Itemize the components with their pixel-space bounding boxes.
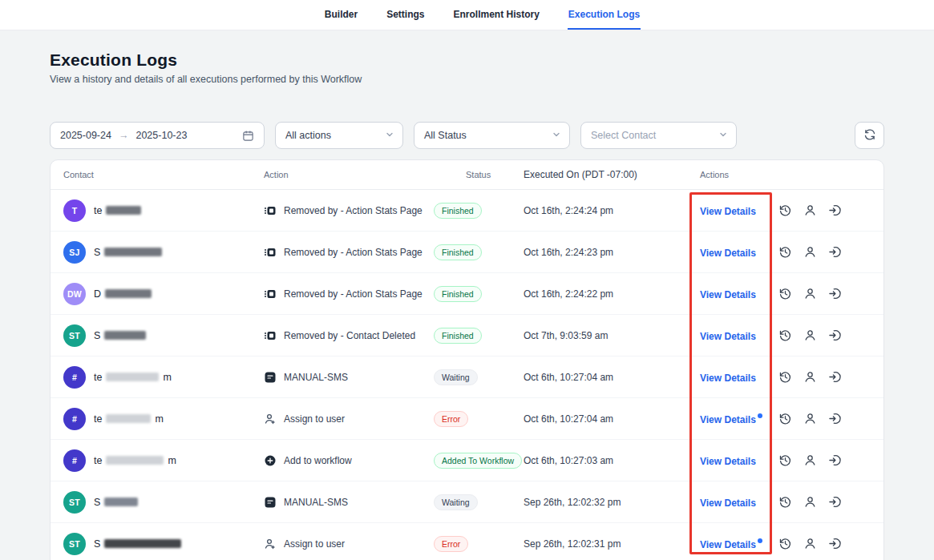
status-badge: Added To Workflow	[434, 453, 522, 469]
tab-execution-logs[interactable]: Execution Logs	[568, 0, 641, 30]
view-details-link[interactable]: View Details	[700, 498, 756, 509]
row-actions	[774, 370, 883, 384]
workflow-tabs: Builder Settings Enrollment History Exec…	[324, 0, 641, 30]
tab-settings[interactable]: Settings	[386, 0, 425, 30]
user-icon[interactable]	[803, 203, 817, 217]
table-row: ST S Assign to user Error Sep 26th, 12:0…	[51, 523, 883, 560]
history-icon[interactable]	[778, 537, 792, 550]
contact-cell: # tem	[63, 449, 264, 472]
enter-icon[interactable]	[828, 287, 842, 300]
view-details-link[interactable]: View Details	[700, 206, 756, 217]
view-details-cell: View Details	[693, 370, 774, 385]
status-badge: Finished	[434, 203, 482, 219]
tab-enrollment-history[interactable]: Enrollment History	[452, 0, 540, 30]
view-details-cell: View Details	[693, 537, 774, 551]
date-range-picker[interactable]: 2025-09-24 → 2025-10-23	[50, 122, 265, 149]
contact-cell: ST S	[63, 324, 264, 347]
page-title: Execution Logs	[50, 50, 884, 70]
history-icon[interactable]	[778, 370, 792, 384]
column-action: Action	[264, 170, 434, 179]
executed-on: Oct 6th, 10:27:04 am	[524, 372, 693, 383]
history-icon[interactable]	[778, 495, 792, 509]
view-details-cell: View Details	[693, 453, 774, 468]
status-badge: Error	[434, 411, 468, 427]
executed-on: Oct 7th, 9:03:59 am	[524, 330, 693, 341]
user-icon[interactable]	[803, 495, 817, 509]
table-body: T te Removed by - Action Stats Page Fini…	[51, 190, 883, 560]
user-icon[interactable]	[803, 287, 817, 300]
enter-icon[interactable]	[828, 328, 842, 342]
user-icon[interactable]	[803, 245, 817, 259]
refresh-button[interactable]	[855, 122, 884, 149]
action-cell: Removed by - Contact Deleted	[264, 329, 434, 342]
contact-name: S	[94, 247, 162, 258]
user-icon[interactable]	[803, 537, 817, 550]
view-details-link[interactable]: View Details	[700, 373, 756, 384]
action-label: Add to workflow	[284, 455, 352, 466]
add-workflow-icon	[264, 454, 277, 467]
action-label: Removed by - Action Stats Page	[284, 288, 423, 300]
avatar: #	[63, 408, 86, 430]
history-icon[interactable]	[778, 412, 792, 425]
enter-icon[interactable]	[828, 412, 842, 425]
status-cell: Waiting	[434, 494, 524, 510]
name-redaction	[104, 248, 162, 256]
enter-icon[interactable]	[828, 370, 842, 384]
status-badge: Finished	[434, 244, 482, 260]
contact-filter-select[interactable]: Select Contact	[580, 122, 737, 149]
name-redaction	[105, 289, 152, 298]
enter-icon[interactable]	[828, 453, 842, 467]
view-details-link[interactable]: View Details	[700, 414, 756, 425]
avatar: #	[63, 366, 86, 389]
status-cell: Finished	[434, 328, 524, 344]
date-start[interactable]: 2025-09-24	[60, 130, 111, 141]
view-details-link[interactable]: View Details	[700, 331, 756, 342]
view-details-link[interactable]: View Details	[700, 539, 756, 550]
date-range-arrow: →	[119, 130, 129, 141]
tab-builder[interactable]: Builder	[324, 0, 358, 30]
main-area: Execution Logs View a history and detail…	[0, 31, 934, 560]
action-label: MANUAL-SMS	[284, 497, 348, 508]
column-status: Status	[434, 170, 524, 179]
user-icon[interactable]	[803, 370, 817, 384]
table-row: ST S MANUAL-SMS Waiting Sep 26th, 12:02:…	[51, 481, 883, 523]
view-details-link[interactable]: View Details	[700, 248, 756, 259]
enter-icon[interactable]	[828, 537, 842, 550]
contact-name-prefix: te	[94, 372, 102, 383]
chevron-down-icon	[552, 130, 561, 142]
user-icon[interactable]	[803, 328, 817, 342]
status-filter-select[interactable]: All Status	[414, 122, 570, 149]
user-icon[interactable]	[803, 412, 817, 425]
name-redaction	[106, 206, 141, 215]
view-details-link[interactable]: View Details	[700, 289, 756, 300]
actions-filter-value: All actions	[285, 130, 331, 141]
contact-name: D	[94, 288, 152, 300]
date-end[interactable]: 2025-10-23	[135, 130, 187, 141]
column-contact: Contact	[63, 170, 264, 179]
enter-icon[interactable]	[828, 203, 842, 217]
chevron-down-icon	[718, 130, 728, 142]
history-icon[interactable]	[778, 287, 792, 300]
history-icon[interactable]	[778, 453, 792, 467]
table-row: ST S Removed by - Contact Deleted Finish…	[51, 315, 883, 357]
contact-name: te	[94, 205, 141, 216]
history-icon[interactable]	[778, 245, 792, 259]
actions-filter-select[interactable]: All actions	[275, 122, 403, 149]
enter-icon[interactable]	[828, 495, 842, 509]
avatar: DW	[63, 283, 86, 305]
contact-cell: T te	[63, 199, 264, 222]
view-details-link[interactable]: View Details	[700, 456, 756, 467]
user-icon[interactable]	[803, 453, 817, 467]
contact-cell: ST S	[63, 533, 264, 555]
enter-icon[interactable]	[828, 245, 842, 259]
status-cell: Error	[434, 536, 524, 552]
execution-logs-table: Contact Action Status Executed On (PDT -…	[50, 159, 884, 560]
contact-name: S	[94, 497, 138, 508]
action-cell: Assign to user	[264, 538, 434, 550]
history-icon[interactable]	[778, 203, 792, 217]
history-icon[interactable]	[778, 328, 792, 342]
executed-on: Oct 6th, 10:27:03 am	[524, 455, 693, 466]
name-redaction	[106, 414, 151, 423]
row-actions	[774, 537, 883, 550]
avatar: T	[63, 199, 86, 222]
